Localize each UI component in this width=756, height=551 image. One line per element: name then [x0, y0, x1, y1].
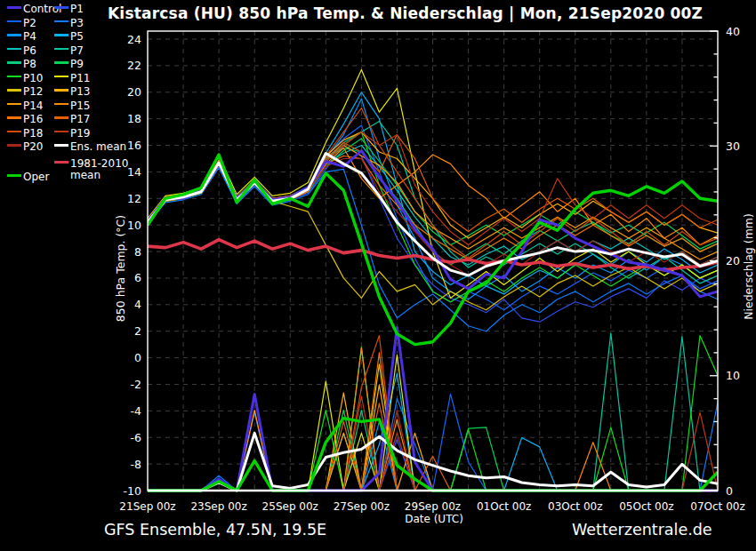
- svg-text:21Sep 00z: 21Sep 00z: [119, 500, 175, 513]
- svg-text:-10: -10: [124, 484, 141, 498]
- svg-text:10: 10: [127, 219, 141, 232]
- legend-item-ens-mean: Ens. mean: [54, 141, 126, 153]
- svg-text:0: 0: [726, 484, 733, 498]
- svg-text:-8: -8: [131, 458, 142, 471]
- legend-swatch: [54, 76, 68, 78]
- legend-swatch: [7, 48, 21, 51]
- legend-swatch: [54, 131, 68, 133]
- legend-item-p12: P12: [7, 86, 44, 98]
- legend-label: P18: [23, 127, 44, 140]
- legend-swatch: [7, 144, 21, 147]
- legend-label: P3: [70, 17, 84, 29]
- legend-item-oper: Oper: [7, 172, 49, 183]
- legend-swatch: [54, 103, 68, 106]
- legend-item-p13: P13: [54, 86, 91, 98]
- legend: ControlP2P4P6P8P10P12P14P16P18P20P1P3P5P…: [5, 1, 141, 192]
- legend-swatch: [7, 116, 21, 119]
- legend-swatch: [54, 89, 68, 92]
- footer-site: Wetterzentrale.de: [572, 521, 712, 539]
- legend-swatch: [7, 103, 21, 106]
- legend-swatch: [54, 20, 68, 23]
- legend-label: P14: [23, 100, 44, 112]
- legend-swatch: [7, 20, 21, 23]
- legend-swatch: [7, 6, 21, 9]
- svg-text:8: 8: [134, 245, 141, 259]
- right-axis-ticks: [710, 31, 718, 491]
- legend-swatch: [54, 34, 68, 36]
- legend-label: P16: [23, 113, 44, 125]
- legend-label: P6: [23, 44, 36, 57]
- legend-item-p1: P1: [54, 4, 84, 15]
- legend-item-p3: P3: [54, 18, 84, 29]
- svg-text:25Sep 00z: 25Sep 00z: [262, 500, 318, 513]
- legend-item-p6: P6: [7, 45, 36, 57]
- legend-item-p8: P8: [7, 59, 36, 70]
- legend-label: P5: [70, 30, 84, 43]
- legend-swatch: [7, 76, 21, 78]
- svg-text:6: 6: [134, 271, 141, 284]
- footer-model-info: GFS Ensemble, 47.5N, 19.5E: [104, 521, 326, 539]
- legend-item-p17: P17: [54, 114, 91, 125]
- chart-title: Kistarcsa (HU) 850 hPa Temp. & Niedersch…: [108, 4, 703, 22]
- legend-item-p10: P10: [7, 73, 44, 84]
- legend-item-p9: P9: [54, 59, 84, 70]
- legend-label: P15: [70, 100, 91, 112]
- legend-swatch: [7, 61, 21, 64]
- legend-item-1981-2010-mean: 1981-2010 mean: [54, 158, 140, 180]
- legend-label: P19: [70, 127, 91, 140]
- svg-text:03Oct 00z: 03Oct 00z: [548, 500, 602, 513]
- legend-label: P12: [23, 85, 44, 98]
- legend-item-p2: P2: [7, 18, 36, 29]
- weather-ensemble-page: 242220181614121086420-2-4-6-8-1001020304…: [0, 0, 756, 551]
- legend-label: 1981-2010 mean: [70, 158, 140, 180]
- legend-swatch: [7, 34, 21, 36]
- legend-label: P2: [23, 17, 36, 29]
- legend-label: Oper: [23, 171, 49, 183]
- svg-text:2: 2: [134, 324, 141, 338]
- legend-swatch: [54, 144, 68, 147]
- legend-swatch: [7, 89, 21, 92]
- legend-label: P7: [70, 44, 84, 57]
- legend-item-p14: P14: [7, 100, 44, 112]
- svg-text:40: 40: [726, 25, 740, 38]
- legend-label: P17: [70, 113, 91, 125]
- svg-text:27Sep 00z: 27Sep 00z: [334, 500, 390, 513]
- svg-text:23Sep 00z: 23Sep 00z: [190, 500, 246, 513]
- legend-label: P10: [23, 72, 44, 84]
- legend-swatch: [7, 174, 21, 177]
- svg-text:30: 30: [726, 140, 740, 153]
- svg-text:20: 20: [726, 254, 740, 268]
- precip-series-P12: [148, 364, 718, 491]
- legend-label: P20: [23, 140, 44, 153]
- legend-label: P4: [23, 30, 36, 43]
- legend-label: P13: [70, 85, 91, 98]
- legend-swatch: [54, 116, 68, 119]
- svg-text:07Oct 00z: 07Oct 00z: [690, 500, 744, 513]
- svg-text:29Sep 00z: 29Sep 00z: [405, 500, 461, 513]
- legend-item-p16: P16: [7, 114, 44, 125]
- legend-item-p19: P19: [54, 128, 91, 140]
- legend-item-p11: P11: [54, 73, 91, 84]
- legend-label: P8: [23, 58, 36, 70]
- legend-item-p20: P20: [7, 141, 44, 153]
- y-left-axis-title: 850 hPa Temp. (°C): [114, 215, 127, 322]
- svg-text:10: 10: [726, 369, 740, 382]
- legend-label: P1: [70, 3, 84, 15]
- legend-item-p4: P4: [7, 31, 36, 43]
- legend-swatch: [7, 131, 21, 133]
- svg-text:-4: -4: [131, 404, 142, 418]
- legend-label: P9: [70, 58, 84, 70]
- svg-text:-6: -6: [131, 431, 142, 444]
- legend-swatch: [54, 161, 68, 164]
- svg-text:01Oct 00z: 01Oct 00z: [477, 500, 531, 513]
- legend-swatch: [54, 61, 68, 64]
- legend-item-p7: P7: [54, 45, 84, 57]
- y-right-axis-title: Niederschlag (mm): [742, 213, 755, 320]
- legend-swatch: [54, 48, 68, 51]
- legend-swatch: [54, 6, 68, 9]
- legend-item-p5: P5: [54, 31, 84, 43]
- legend-label: Ens. mean: [70, 140, 126, 153]
- svg-text:-2: -2: [131, 378, 141, 391]
- svg-text:05Oct 00z: 05Oct 00z: [619, 500, 673, 513]
- legend-item-p18: P18: [7, 128, 44, 140]
